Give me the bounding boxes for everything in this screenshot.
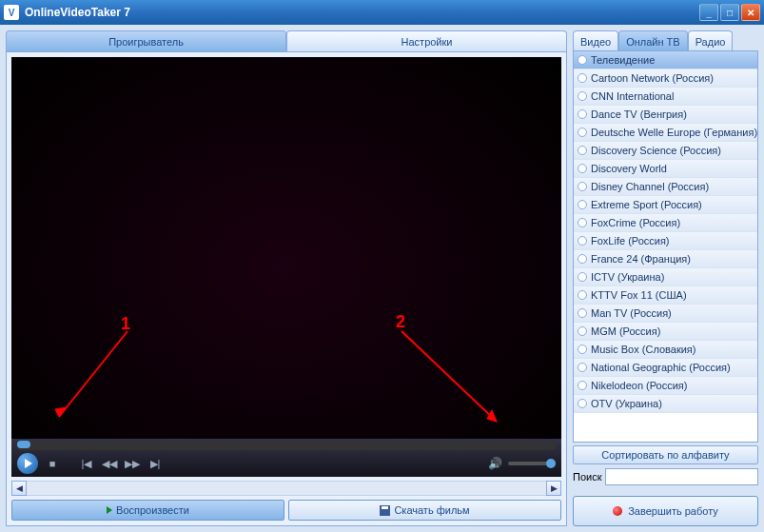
channel-item[interactable]: FoxLife (Россия) xyxy=(574,232,757,250)
minimize-button[interactable]: _ xyxy=(699,4,718,21)
progress-bar[interactable] xyxy=(17,443,556,450)
channel-item[interactable]: KTTV Fox 11 (США) xyxy=(574,286,757,305)
radio-icon xyxy=(578,363,587,372)
tab-settings[interactable]: Настройки xyxy=(286,30,567,51)
channel-item[interactable]: Телевидение xyxy=(574,51,757,69)
radio-icon xyxy=(578,290,587,300)
channel-label: Extreme Sport (Россия) xyxy=(591,199,702,210)
channel-label: OTV (Украина) xyxy=(591,398,662,409)
progress-thumb[interactable] xyxy=(17,441,30,448)
radio-icon xyxy=(578,308,587,318)
channel-item[interactable]: Extreme Sport (Россия) xyxy=(574,196,757,214)
channel-label: Discovery World xyxy=(591,163,667,174)
tab-online-tv[interactable]: Онлайн ТВ xyxy=(618,30,688,51)
player-controls: ■ |◀ ◀◀ ▶▶ ▶| 🔊 xyxy=(11,439,561,477)
forward-icon[interactable]: ▶▶ xyxy=(124,455,141,472)
radio-icon xyxy=(578,381,587,390)
channel-item[interactable]: National Geographic (Россия) xyxy=(574,359,757,377)
channel-item[interactable]: Music Box (Словакия) xyxy=(574,341,757,359)
scroll-right-icon[interactable]: ▶ xyxy=(546,481,561,496)
close-button[interactable]: ✕ xyxy=(741,4,760,21)
channel-label: Man TV (Россия) xyxy=(591,307,672,319)
channel-label: FoxLife (Россия) xyxy=(591,235,670,246)
floppy-icon xyxy=(380,505,390,516)
radio-icon xyxy=(578,164,587,173)
next-icon[interactable]: ▶| xyxy=(147,455,164,472)
download-button[interactable]: Скачать фильм xyxy=(288,500,561,521)
tab-player[interactable]: Проигрыватель xyxy=(6,30,286,51)
maximize-button[interactable]: □ xyxy=(720,4,739,21)
annotation-1: 1 xyxy=(121,314,130,334)
channel-item[interactable]: MGM (Россия) xyxy=(574,323,757,341)
tab-radio[interactable]: Радио xyxy=(688,30,734,51)
channel-label: Discovery Science (Россия) xyxy=(591,145,721,156)
scroll-left-icon[interactable]: ◀ xyxy=(11,481,27,496)
channel-item[interactable]: Nikelodeon (Россия) xyxy=(574,377,757,395)
channel-item[interactable]: Disney Channel (Россия) xyxy=(574,178,757,196)
radio-icon xyxy=(578,91,587,101)
prev-icon[interactable]: |◀ xyxy=(78,455,95,472)
channel-label: France 24 (Франция) xyxy=(591,253,691,265)
radio-icon xyxy=(578,182,587,191)
channel-label: CNN International xyxy=(591,90,674,102)
radio-icon xyxy=(578,345,587,354)
radio-icon xyxy=(578,55,587,65)
channel-label: Deutsche Welle Europe (Германия) xyxy=(591,127,757,138)
channel-item[interactable]: Dance TV (Венгрия) xyxy=(574,106,757,124)
radio-icon xyxy=(578,236,587,246)
channel-label: National Geographic (Россия) xyxy=(591,362,731,373)
play-button[interactable]: Воспроизвести xyxy=(11,500,284,521)
volume-icon[interactable]: 🔊 xyxy=(488,457,502,470)
channel-label: Dance TV (Венгрия) xyxy=(591,108,687,120)
channel-item[interactable]: Discovery Science (Россия) xyxy=(574,142,757,160)
volume-slider[interactable] xyxy=(508,462,556,465)
channel-label: Nikelodeon (Россия) xyxy=(591,380,688,391)
radio-icon xyxy=(578,73,587,83)
titlebar: V OnlineVideoTaker 7 _ □ ✕ xyxy=(0,0,764,25)
radio-icon xyxy=(578,218,587,227)
app-icon: V xyxy=(4,5,19,20)
radio-icon xyxy=(578,399,587,408)
sort-button[interactable]: Сортировать по алфавиту xyxy=(573,445,758,464)
annotation-2: 2 xyxy=(396,312,405,332)
play-button-label: Воспроизвести xyxy=(116,504,189,516)
search-input[interactable] xyxy=(605,468,758,485)
stop-icon[interactable]: ■ xyxy=(44,455,61,472)
radio-icon xyxy=(578,326,587,336)
channel-list[interactable]: ТелевидениеCartoon Network (Россия)CNN I… xyxy=(573,50,758,443)
channel-item[interactable]: CNN International xyxy=(574,88,757,106)
channel-label: Cartoon Network (Россия) xyxy=(591,72,714,84)
side-tabs: Видео Онлайн ТВ Радио xyxy=(573,30,758,51)
video-area: 1 2 xyxy=(11,57,561,477)
player-panel: 1 2 xyxy=(6,51,567,526)
download-button-label: Скачать фильм xyxy=(394,504,469,516)
volume-thumb[interactable] xyxy=(546,459,556,468)
channel-label: Телевидение xyxy=(591,54,655,66)
channel-label: FoxCrime (Россия) xyxy=(591,217,680,228)
exit-button-label: Завершить работу xyxy=(628,505,718,517)
stop-red-icon xyxy=(613,506,622,516)
channel-item[interactable]: Man TV (Россия) xyxy=(574,305,757,323)
channel-item[interactable]: ICTV (Украина) xyxy=(574,268,757,286)
channel-item[interactable]: FoxCrime (Россия) xyxy=(574,214,757,232)
tab-video[interactable]: Видео xyxy=(573,30,618,51)
channel-item[interactable]: France 24 (Франция) xyxy=(574,250,757,268)
channel-item[interactable]: OTV (Украина) xyxy=(574,395,757,413)
rewind-icon[interactable]: ◀◀ xyxy=(101,455,118,472)
channel-item[interactable]: Discovery World xyxy=(574,160,757,178)
radio-icon xyxy=(578,128,587,137)
radio-icon xyxy=(578,109,587,119)
channel-label: ICTV (Украина) xyxy=(591,271,664,283)
channel-item[interactable]: Deutsche Welle Europe (Германия) xyxy=(574,124,757,142)
channel-label: Music Box (Словакия) xyxy=(591,344,695,355)
horizontal-scrollbar[interactable]: ◀ ▶ xyxy=(11,481,561,496)
channel-label: KTTV Fox 11 (США) xyxy=(591,289,687,301)
channel-item[interactable]: Cartoon Network (Россия) xyxy=(574,69,757,88)
play-green-icon xyxy=(107,506,112,514)
radio-icon xyxy=(578,254,587,264)
exit-button[interactable]: Завершить работу xyxy=(573,496,758,526)
channel-label: Disney Channel (Россия) xyxy=(591,181,709,192)
search-label: Поиск xyxy=(573,471,601,483)
window-title: OnlineVideoTaker 7 xyxy=(25,6,130,19)
play-icon[interactable] xyxy=(17,453,38,474)
